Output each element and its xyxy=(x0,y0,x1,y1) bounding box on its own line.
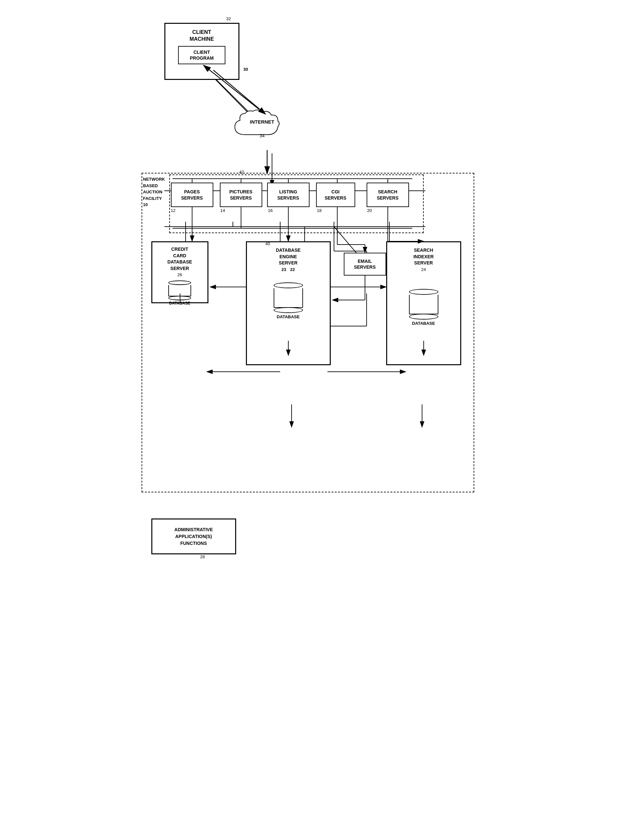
listing-servers-label: LISTINGSERVERS xyxy=(277,189,299,201)
admin-functions-label: ADMINISTRATIVEAPPLICATION(S)FUNCTIONS xyxy=(174,526,213,547)
search-servers-box: SEARCHSERVERS xyxy=(367,183,409,207)
ref-18: 18 xyxy=(317,208,322,213)
ref-28: 28 xyxy=(200,554,205,559)
search-cylinder xyxy=(409,289,438,320)
client-program-box: CLIENTPROGRAM xyxy=(178,46,226,64)
ref-12: 12 xyxy=(171,208,175,213)
ref-14: 14 xyxy=(221,208,225,213)
pages-servers-box: PAGESSERVERS xyxy=(171,183,213,207)
client-machine-label: CLIENTMACHINE xyxy=(169,29,235,43)
search-db-label: DATABASE xyxy=(412,321,435,326)
client-machine-box: CLIENTMACHINE CLIENTPROGRAM 30 xyxy=(165,23,239,80)
internet-cloud: INTERNET 34 xyxy=(230,108,282,145)
ref-40: 40 xyxy=(265,241,270,246)
ref-23: 23 xyxy=(282,267,286,272)
ref-24: 24 xyxy=(421,267,425,272)
credit-card-cylinder xyxy=(168,280,191,300)
search-indexer-server-label: SEARCHINDEXERSERVER xyxy=(413,247,433,266)
internet-ref: 34 xyxy=(230,133,295,138)
cgi-servers-box: CGISERVERS xyxy=(316,183,355,207)
email-servers-box: EMAILSERVERS xyxy=(344,253,386,275)
admin-functions-box: ADMINISTRATIVEAPPLICATION(S)FUNCTIONS xyxy=(151,519,236,554)
credit-db-label: DATABASE xyxy=(169,301,191,306)
ref-20: 20 xyxy=(367,208,372,213)
engine-db-label: DATABASE xyxy=(277,314,299,320)
facility-label: NETWORKBASEDAUCTIONFACILITY10 xyxy=(143,176,165,208)
credit-card-db-server-box: CREDITCARDDATABASESERVER 26 DATABASE xyxy=(151,241,209,303)
ref-26: 26 xyxy=(177,272,182,278)
search-indexer-server-box: SEARCHINDEXERSERVER 24 DATABASE xyxy=(386,241,461,365)
pictures-servers-box: PICTURESSERVERS xyxy=(220,183,262,207)
listing-servers-box: LISTINGSERVERS xyxy=(267,183,309,207)
pages-servers-label: PAGESSERVERS xyxy=(181,189,203,201)
database-engine-server-label: DATABASEENGINESERVER xyxy=(276,247,301,266)
search-servers-label: SEARCHSERVERS xyxy=(377,189,399,201)
ref-16: 16 xyxy=(268,208,273,213)
ref-32: 32 xyxy=(226,16,231,21)
ref-42: 42 xyxy=(239,170,244,175)
refs-2322: 23 22 xyxy=(282,267,295,272)
engine-cylinder xyxy=(274,282,303,313)
client-program-label: CLIENTPROGRAM xyxy=(190,50,213,61)
ref-30: 30 xyxy=(243,67,248,72)
credit-card-db-server-label: CREDITCARDDATABASESERVER xyxy=(167,246,192,272)
email-servers-label: EMAILSERVERS xyxy=(354,258,376,270)
internet-label: INTERNET xyxy=(230,119,295,125)
database-engine-server-box: DATABASEENGINESERVER 23 22 DATABASE xyxy=(246,241,331,365)
cgi-servers-label: CGISERVERS xyxy=(325,189,346,201)
ref-22: 22 xyxy=(290,267,295,272)
pictures-servers-label: PICTURESSERVERS xyxy=(229,189,253,201)
